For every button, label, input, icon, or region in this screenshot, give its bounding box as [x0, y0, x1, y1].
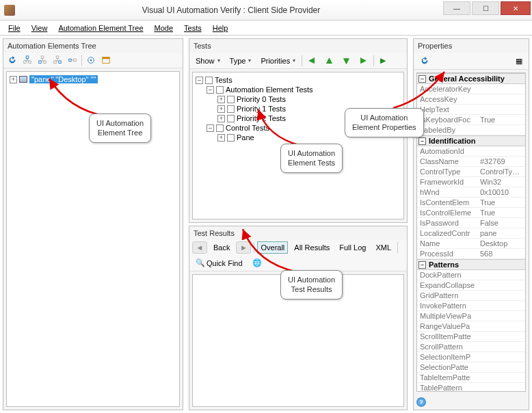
prop-row[interactable]: ExpandCollapse: [417, 280, 525, 291]
prop-key: ClassName: [417, 157, 477, 166]
go-left-icon[interactable]: ⯇: [305, 55, 319, 67]
prop-row[interactable]: IsContentElemTrue: [417, 198, 525, 208]
all-results-tab[interactable]: All Results: [291, 241, 333, 254]
focus-tracking-icon[interactable]: [85, 54, 97, 66]
p0-node[interactable]: +Priority 0 Tests: [196, 94, 401, 104]
tests-title: Tests: [194, 42, 211, 50]
expand-icon[interactable]: +: [217, 96, 225, 103]
go-down-icon[interactable]: ⯆: [339, 55, 354, 67]
cat-patterns[interactable]: –Patterns: [417, 259, 525, 270]
checkbox[interactable]: [216, 124, 224, 132]
expand-all-icon[interactable]: ▦: [512, 55, 526, 68]
overall-tab[interactable]: Overall: [257, 241, 288, 254]
prop-row[interactable]: LabeledBy: [417, 125, 525, 135]
prop-value: True: [477, 198, 525, 207]
go-up-icon[interactable]: ⯅: [322, 55, 336, 67]
prop-row[interactable]: SelectionItemP: [417, 352, 525, 362]
prop-row[interactable]: TableItemPatte: [417, 373, 525, 383]
minimize-button[interactable]: —: [443, 1, 470, 15]
prop-row[interactable]: ScrollPattern: [417, 342, 525, 352]
show-dropdown[interactable]: Show: [192, 55, 224, 67]
aet-node[interactable]: –Automation Element Tests: [196, 85, 401, 94]
help-icon[interactable]: ?: [416, 397, 426, 407]
prop-row[interactable]: IsControlElemeTrue: [417, 208, 525, 218]
type-dropdown[interactable]: Type: [226, 55, 255, 67]
highlight-icon[interactable]: [100, 54, 112, 66]
prop-row[interactable]: AcceleratorKey: [417, 84, 525, 94]
prop-row[interactable]: GridPattern: [417, 291, 525, 301]
quick-find-button[interactable]: 🔍Quick Find: [192, 256, 246, 269]
prop-value: True: [477, 208, 525, 217]
back-button[interactable]: Back: [210, 241, 233, 254]
close-button[interactable]: ✕: [501, 1, 531, 15]
menu-tests[interactable]: Tests: [180, 23, 206, 34]
collapse-icon[interactable]: –: [207, 124, 214, 132]
tree-root-row[interactable]: + "pane" "Desktop" "": [10, 75, 176, 84]
tree-nav-parent-icon[interactable]: [21, 54, 34, 66]
checkbox[interactable]: [205, 77, 213, 84]
prop-row[interactable]: ControlTypeControlType.Pane: [417, 167, 525, 177]
menu-view[interactable]: View: [27, 23, 52, 34]
full-log-tab[interactable]: Full Log: [336, 241, 369, 254]
forward-nav-icon[interactable]: ►: [236, 241, 251, 254]
maximize-button[interactable]: ☐: [472, 1, 499, 15]
prop-row[interactable]: SelectionPatte: [417, 362, 525, 373]
prop-key: IsKeyboardFoc: [417, 115, 477, 124]
refresh-props-icon[interactable]: [416, 54, 433, 68]
checkbox[interactable]: [216, 86, 224, 94]
priorities-dropdown[interactable]: Priorities: [257, 55, 299, 67]
prop-row[interactable]: InvokePattern: [417, 301, 525, 311]
collapse-icon[interactable]: –: [418, 261, 426, 269]
prop-row[interactable]: HelpText: [417, 105, 525, 115]
expand-icon[interactable]: +: [217, 134, 225, 142]
collapse-icon[interactable]: –: [196, 77, 203, 84]
props-grid[interactable]: –General Accessibility AcceleratorKeyAcc…: [416, 72, 526, 392]
prop-row[interactable]: ScrollItemPatte: [417, 332, 525, 342]
prop-key: FrameworkId: [417, 177, 477, 187]
prop-row[interactable]: ProcessId568: [417, 249, 525, 259]
prop-row[interactable]: IsPasswordFalse: [417, 218, 525, 228]
tests-root[interactable]: –Tests: [196, 75, 401, 85]
prop-row[interactable]: LocalizedContrpane: [417, 228, 525, 239]
expand-icon[interactable]: +: [10, 76, 17, 83]
back-nav-icon[interactable]: ◄: [192, 241, 207, 254]
prop-row[interactable]: AutomationId: [417, 146, 525, 157]
menu-mode[interactable]: Mode: [150, 23, 178, 34]
prop-row[interactable]: ClassName#32769: [417, 157, 525, 167]
collapse-icon[interactable]: –: [418, 75, 426, 83]
cat-identification[interactable]: –Identification: [417, 135, 525, 146]
open-in-browser-icon[interactable]: 🌐: [249, 256, 265, 269]
menu-file[interactable]: File: [4, 23, 25, 34]
prop-row[interactable]: IsKeyboardFocTrue: [417, 115, 525, 125]
menu-help[interactable]: Help: [209, 23, 232, 34]
prop-row[interactable]: DockPattern: [417, 270, 525, 280]
xml-tab[interactable]: XML: [372, 241, 395, 254]
prop-row[interactable]: MultipleViewPa: [417, 311, 525, 321]
expand-icon[interactable]: +: [217, 115, 225, 122]
go-right-icon[interactable]: ⯈: [356, 55, 371, 67]
collapse-icon[interactable]: –: [207, 86, 214, 94]
tree-nav-prev-sibling-icon[interactable]: [66, 54, 79, 66]
menu-automation-element-tree[interactable]: Automation Element Tree: [54, 23, 147, 34]
prop-row[interactable]: hWnd0x10010: [417, 187, 525, 198]
refresh-icon[interactable]: [6, 54, 18, 66]
prop-key: IsContentElem: [417, 198, 477, 207]
checkbox[interactable]: [227, 134, 235, 142]
prop-row[interactable]: NameDesktop: [417, 239, 525, 249]
svg-rect-16: [74, 59, 77, 62]
prop-row[interactable]: RangeValuePa: [417, 321, 525, 332]
prop-row[interactable]: FrameworkIdWin32: [417, 177, 525, 187]
prop-row[interactable]: AccessKey: [417, 94, 525, 105]
prop-value: 568: [477, 249, 525, 258]
collapse-icon[interactable]: –: [418, 137, 426, 145]
checkbox[interactable]: [227, 96, 235, 103]
tree-nav-next-sibling-icon[interactable]: [51, 54, 64, 66]
tree-toolbar: [3, 53, 183, 68]
checkbox[interactable]: [227, 115, 235, 122]
tree-nav-first-child-icon[interactable]: [36, 54, 49, 66]
run-icon[interactable]: ▶: [377, 54, 389, 67]
expand-icon[interactable]: +: [217, 105, 225, 113]
cat-general-accessibility[interactable]: –General Accessibility: [417, 73, 525, 84]
prop-row[interactable]: TablePattern: [417, 383, 525, 392]
checkbox[interactable]: [227, 105, 235, 113]
